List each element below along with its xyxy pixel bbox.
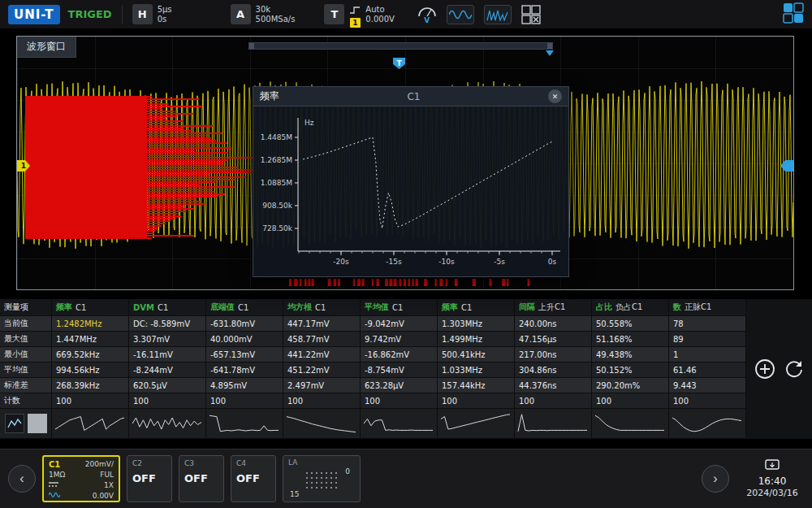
- measurement-side-rail: [746, 299, 812, 439]
- svg-text:1.0885M: 1.0885M: [261, 179, 292, 187]
- measure-value-cell: 268.39kHz: [52, 378, 129, 393]
- list-view-toggle[interactable]: [28, 414, 47, 433]
- quick-icons: V: [417, 5, 541, 24]
- measure-row-label: 当前值: [0, 316, 52, 332]
- measure-name: 均方根: [287, 302, 312, 313]
- measure-source: C1: [76, 303, 86, 312]
- channel-4-box[interactable]: C4 OFF: [231, 455, 276, 502]
- measure-value-cell: 240.00ns: [515, 316, 592, 332]
- scroll-left-button[interactable]: ‹: [8, 465, 36, 493]
- measure-value-cell: -631.80mV: [206, 316, 283, 332]
- reset-statistics-button[interactable]: [784, 358, 805, 380]
- zoom-caret-icon[interactable]: [546, 50, 554, 56]
- coupling-icon: [49, 480, 58, 491]
- measure-value-cell: 1: [669, 347, 746, 363]
- measure-value-cell: 447.17mV: [283, 316, 361, 332]
- measure-name: 频率: [442, 302, 458, 313]
- frequency-trend-chart: 1.4485M1.2685M1.0885M908.50k728.50k-20s-…: [253, 106, 568, 276]
- measure-value-cell: 100: [206, 393, 283, 409]
- measure-value-cell: 994.56kHz: [52, 363, 129, 378]
- measure-column-header[interactable]: 数正脉C1: [669, 299, 746, 316]
- layout-panes-icon[interactable]: [783, 2, 804, 27]
- trigger-source-badge: 1: [350, 18, 361, 28]
- svg-text:-5s: -5s: [494, 258, 505, 266]
- measurement-panel: 测量项频率C1DVMC1底端值C1均方根C1平均值C1频率C1间隔上升C1占比负…: [0, 299, 812, 439]
- measure-column-header[interactable]: 频率C1: [52, 299, 129, 316]
- measure-column-header[interactable]: 占比负占C1: [592, 299, 669, 316]
- measure-value-cell: 1.447MHz: [52, 332, 129, 347]
- channel-1-box[interactable]: C1 200mV/ 1MΩ FUL 1X 0.00V: [42, 455, 120, 502]
- measure-sparkline: [515, 409, 592, 439]
- measure-value-cell: 441.22mV: [283, 347, 361, 363]
- measure-value-cell: 2.497mV: [283, 378, 361, 393]
- measure-column-header[interactable]: 底端值C1: [206, 299, 283, 316]
- popup-title-bar[interactable]: 频率 C1 ✕: [253, 87, 568, 106]
- channel-1-scale: 200mV/: [85, 459, 114, 470]
- screenshot-icon[interactable]: [765, 459, 780, 475]
- measure-view-toggles: [0, 409, 52, 439]
- measure-column-header[interactable]: 间隔上升C1: [515, 299, 592, 316]
- measure-column-header[interactable]: DVMC1: [129, 299, 206, 316]
- close-icon[interactable]: ✕: [548, 89, 562, 103]
- horizontal-offset-value: 0s: [158, 15, 172, 24]
- measure-value-cell: 1.499MHz: [438, 332, 515, 347]
- measure-value-cell: 100: [669, 393, 746, 409]
- trend-view-icon[interactable]: [5, 414, 24, 433]
- trigger-t-icon: T: [324, 4, 344, 24]
- waveform-view-icon[interactable]: [447, 5, 474, 24]
- dvm-gauge-icon[interactable]: V: [417, 6, 437, 24]
- measure-corner-label: 测量项: [0, 299, 52, 316]
- svg-text:728.50k: 728.50k: [262, 224, 292, 232]
- measure-value-cell: 451.22mV: [283, 363, 361, 378]
- measure-value-cell: 1.2482MHz: [52, 316, 129, 332]
- horizontal-settings-button[interactable]: H 5µs 0s: [132, 4, 172, 24]
- measure-source: C1: [158, 303, 168, 312]
- measure-sparkline: [206, 409, 283, 439]
- channel-3-label: C3: [184, 459, 218, 467]
- clock-block: 16:40 2024/03/16: [741, 459, 804, 498]
- measure-value-cell: -16.862mV: [361, 347, 438, 363]
- measure-column-header[interactable]: 平均值C1: [361, 299, 438, 316]
- channel-3-box[interactable]: C3 OFF: [179, 455, 224, 502]
- measure-value-cell: -8.754mV: [361, 363, 438, 378]
- measure-column-header[interactable]: 频率C1: [438, 299, 515, 316]
- scroll-right-button[interactable]: ›: [702, 465, 729, 493]
- measure-column-header[interactable]: 均方根C1: [283, 299, 361, 316]
- measure-row-label: 最大值: [0, 332, 52, 347]
- measure-sparkline: [283, 409, 361, 439]
- channel-4-state: OFF: [236, 472, 270, 484]
- logic-analyzer-box[interactable]: LA 0 15: [283, 455, 361, 502]
- zoom-region-scrollbar[interactable]: [248, 42, 553, 50]
- measure-value-cell: 4.895mV: [206, 378, 283, 393]
- trigger-status-label: TRIGED: [68, 8, 112, 20]
- trigger-settings-button[interactable]: T 1 Auto 0.000V: [324, 2, 394, 28]
- measure-value-cell: -8.244mV: [129, 363, 206, 378]
- la-bit-low-label: 15: [290, 490, 299, 498]
- measure-sparkline: [669, 409, 746, 439]
- svg-text:-15s: -15s: [386, 258, 402, 266]
- channel-4-label: C4: [236, 459, 270, 467]
- measure-source: 上升C1: [538, 302, 565, 313]
- top-toolbar: UNI-T TRIGED H 5µs 0s A 30k 500MSa/s T 1…: [0, 0, 812, 29]
- add-measurement-button[interactable]: [754, 358, 775, 380]
- waveform-window-tab[interactable]: 波形窗口: [17, 37, 76, 58]
- measure-name: 平均值: [365, 302, 389, 313]
- measure-value-cell: 50.152%: [592, 363, 669, 378]
- acquire-settings-button[interactable]: A 30k 500MSa/s: [231, 4, 296, 24]
- measure-value-cell: 100: [592, 393, 669, 409]
- svg-text:1.2685M: 1.2685M: [261, 156, 292, 164]
- popup-channel-label: C1: [279, 91, 548, 102]
- measure-sparkline: [52, 409, 129, 439]
- measure-value-cell: 100: [515, 393, 592, 409]
- fft-view-icon[interactable]: [484, 5, 512, 24]
- separator: [122, 5, 123, 24]
- measure-value-cell: 1.033MHz: [438, 363, 515, 378]
- window-grid-icon[interactable]: [521, 5, 541, 24]
- measure-value-cell: 51.168%: [592, 332, 669, 347]
- measure-name: 频率: [56, 302, 72, 313]
- sine-wave-icon: [49, 491, 60, 501]
- channel-2-box[interactable]: C2 OFF: [127, 455, 172, 502]
- channel-2-label: C2: [132, 459, 166, 467]
- sample-rate-value: 500MSa/s: [256, 15, 296, 24]
- trigger-mode-value: Auto: [365, 5, 394, 15]
